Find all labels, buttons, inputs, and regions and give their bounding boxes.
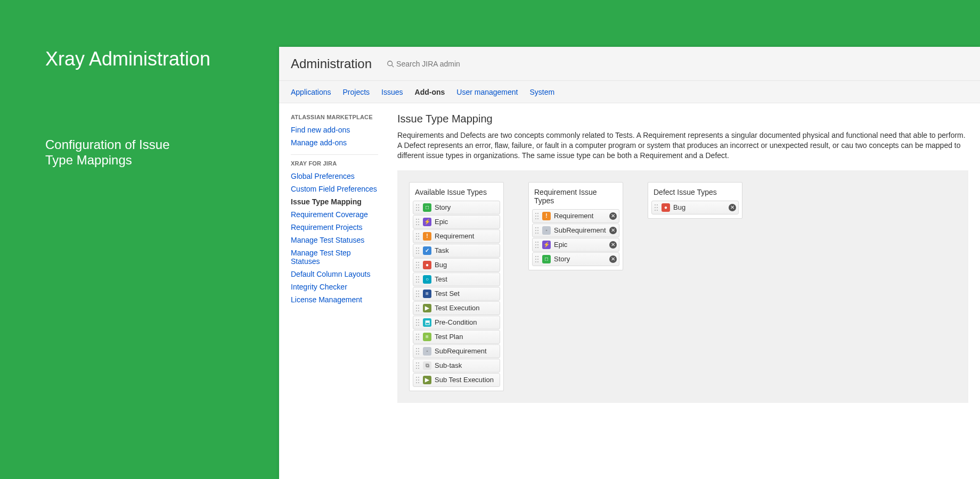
issue-type-icon: □	[542, 255, 551, 263]
issue-type-icon: ◦	[423, 347, 431, 356]
drag-handle-icon[interactable]	[415, 319, 421, 326]
admin-panel: Administration ApplicationsProjectsIssue…	[279, 47, 980, 479]
tab-system[interactable]: System	[529, 88, 554, 96]
lists-area: Available Issue Types □Story⚡Epic!Requir…	[397, 170, 968, 403]
tab-user-management[interactable]: User management	[456, 88, 518, 96]
svg-point-0	[388, 61, 393, 65]
available-column-title: Available Issue Types	[413, 186, 500, 201]
svg-line-1	[392, 65, 394, 67]
issue-type-icon: ≡	[423, 333, 431, 341]
issue-type-icon: ▶	[423, 304, 431, 312]
issue-type-icon: ▶	[423, 376, 431, 384]
tab-projects[interactable]: Projects	[343, 88, 370, 96]
sidebar-item-custom-field-preferences[interactable]: Custom Field Preferences	[291, 183, 378, 195]
drag-handle-icon[interactable]	[415, 348, 421, 355]
tab-applications[interactable]: Applications	[291, 88, 331, 96]
issue-type-label: SubRequirement	[554, 226, 609, 234]
drag-handle-icon[interactable]	[415, 218, 421, 226]
issue-type-item[interactable]: ▶Test Execution	[413, 301, 500, 315]
requirement-column: Requirement Issue Types !Requirement✕◦Su…	[528, 182, 623, 270]
search-input[interactable]	[396, 60, 492, 68]
issue-type-item[interactable]: □Story	[413, 201, 500, 214]
issue-type-label: Sub-task	[435, 361, 497, 369]
issue-type-item[interactable]: ●Bug	[413, 258, 500, 272]
issue-type-item[interactable]: !Requirement✕	[532, 209, 619, 223]
drag-handle-icon[interactable]	[415, 362, 421, 369]
drag-handle-icon[interactable]	[415, 304, 421, 312]
remove-icon[interactable]: ✕	[609, 255, 617, 263]
issue-type-icon: !	[542, 212, 551, 220]
issue-type-item[interactable]: ▶Sub Test Execution	[413, 373, 500, 387]
drag-handle-icon[interactable]	[415, 204, 421, 211]
drag-handle-icon[interactable]	[415, 376, 421, 384]
issue-type-icon: □	[423, 203, 431, 212]
drag-handle-icon[interactable]	[415, 233, 421, 240]
issue-type-item[interactable]: ⚡Epic✕	[532, 238, 619, 252]
issue-type-item[interactable]: ●Bug✕	[651, 201, 739, 214]
sidebar-item-manage-test-step-statuses[interactable]: Manage Test Step Statuses	[291, 246, 378, 268]
issue-type-icon: ○	[423, 275, 431, 284]
page-description: Requirements and Defects are two concept…	[397, 130, 968, 161]
issue-type-icon: !	[423, 232, 431, 241]
issue-type-icon: ⚡	[423, 218, 431, 226]
issue-type-item[interactable]: ⧉Sub-task	[413, 359, 500, 373]
sidebar-item-manage-test-statuses[interactable]: Manage Test Statuses	[291, 234, 378, 246]
sidebar-item-global-preferences[interactable]: Global Preferences	[291, 170, 378, 183]
issue-type-label: Pre-Condition	[435, 318, 497, 326]
remove-icon[interactable]: ✕	[609, 241, 617, 249]
issue-type-item[interactable]: ○Test	[413, 272, 500, 286]
issue-type-item[interactable]: □Story✕	[532, 252, 619, 266]
issue-type-item[interactable]: ⚡Epic	[413, 215, 500, 229]
drag-handle-icon[interactable]	[654, 204, 659, 211]
issue-type-icon: ⚡	[542, 241, 551, 249]
issue-type-item[interactable]: ≡Test Set	[413, 287, 500, 301]
drag-handle-icon[interactable]	[535, 255, 540, 263]
sidebar-item-requirement-projects[interactable]: Requirement Projects	[291, 221, 378, 234]
issue-type-label: Bug	[435, 261, 497, 269]
drag-handle-icon[interactable]	[415, 247, 421, 254]
tab-issues[interactable]: Issues	[381, 88, 403, 96]
sidebar-item-requirement-coverage[interactable]: Requirement Coverage	[291, 208, 378, 221]
sidebar-item-license-management[interactable]: License Management	[291, 293, 378, 306]
page-title: Issue Type Mapping	[397, 113, 968, 125]
drag-handle-icon[interactable]	[535, 241, 540, 249]
issue-type-label: Test Execution	[435, 304, 497, 312]
requirement-column-title: Requirement Issue Types	[532, 186, 619, 209]
drag-handle-icon[interactable]	[415, 333, 421, 341]
sidebar-item-manage-add-ons[interactable]: Manage add-ons	[291, 136, 378, 149]
tab-add-ons[interactable]: Add-ons	[415, 88, 445, 96]
issue-type-item[interactable]: ≡Test Plan	[413, 330, 500, 344]
sidebar-item-issue-type-mapping[interactable]: Issue Type Mapping	[291, 195, 378, 208]
issue-type-icon: ●	[423, 261, 431, 269]
tabbar: ApplicationsProjectsIssuesAdd-onsUser ma…	[279, 81, 980, 103]
sidebar-group-title: ATLASSIAN MARKETPLACE	[291, 111, 378, 123]
main-content: Issue Type Mapping Requirements and Defe…	[386, 103, 980, 479]
issue-type-item[interactable]: ✓Task	[413, 244, 500, 258]
issue-type-item[interactable]: ◦SubRequirement✕	[532, 224, 619, 237]
issue-type-item[interactable]: !Requirement	[413, 229, 500, 243]
sidebar-item-find-new-add-ons[interactable]: Find new add-ons	[291, 123, 378, 136]
remove-icon[interactable]: ✕	[729, 204, 736, 211]
drag-handle-icon[interactable]	[535, 227, 540, 234]
issue-type-label: Epic	[435, 218, 497, 226]
drag-handle-icon[interactable]	[535, 212, 540, 220]
issue-type-label: Requirement	[554, 212, 609, 220]
issue-type-icon: ●	[662, 203, 670, 212]
issue-type-item[interactable]: ⬒Pre-Condition	[413, 316, 500, 329]
sidebar-item-integrity-checker[interactable]: Integrity Checker	[291, 280, 378, 293]
slide-subtitle-line1: Configuration of Issue	[45, 137, 169, 152]
remove-icon[interactable]: ✕	[609, 212, 617, 220]
drag-handle-icon[interactable]	[415, 276, 421, 283]
issue-type-icon: ✓	[423, 246, 431, 255]
search-wrap[interactable]	[387, 60, 492, 68]
issue-type-label: Bug	[673, 203, 729, 211]
issue-type-label: Test	[435, 275, 497, 283]
drag-handle-icon[interactable]	[415, 290, 421, 298]
sidebar-item-default-column-layouts[interactable]: Default Column Layouts	[291, 268, 378, 280]
issue-type-item[interactable]: ◦SubRequirement	[413, 344, 500, 358]
drag-handle-icon[interactable]	[415, 261, 421, 269]
search-icon	[387, 60, 394, 68]
sidebar: ATLASSIAN MARKETPLACEFind new add-onsMan…	[279, 103, 386, 479]
issue-type-label: Story	[435, 203, 497, 211]
remove-icon[interactable]: ✕	[609, 227, 617, 234]
